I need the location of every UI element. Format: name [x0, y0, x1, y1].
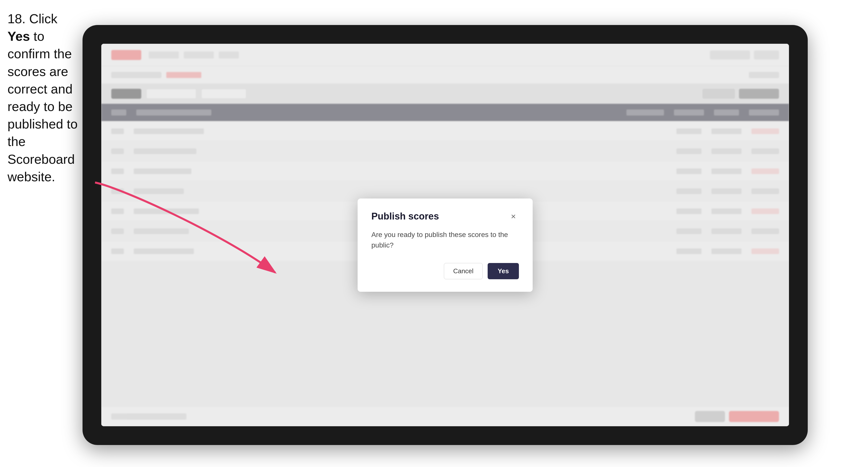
modal-footer: Cancel Yes [371, 263, 519, 279]
modal-yes-button[interactable]: Yes [488, 263, 519, 279]
step-number: 18. [7, 11, 26, 26]
modal-title-row: Publish scores × [371, 211, 519, 222]
modal-cancel-button[interactable]: Cancel [444, 263, 483, 279]
bold-yes: Yes [7, 29, 30, 43]
modal-title: Publish scores [371, 211, 439, 222]
tablet-device: Publish scores × Are you ready to publis… [83, 25, 808, 445]
publish-scores-dialog: Publish scores × Are you ready to publis… [358, 198, 533, 292]
modal-close-button[interactable]: × [508, 211, 519, 222]
modal-overlay: Publish scores × Are you ready to publis… [101, 44, 789, 426]
modal-message: Are you ready to publish these scores to… [371, 229, 519, 250]
tablet-screen: Publish scores × Are you ready to publis… [101, 44, 789, 426]
instruction-text: 18. Click Yes to confirm the scores are … [7, 10, 83, 186]
